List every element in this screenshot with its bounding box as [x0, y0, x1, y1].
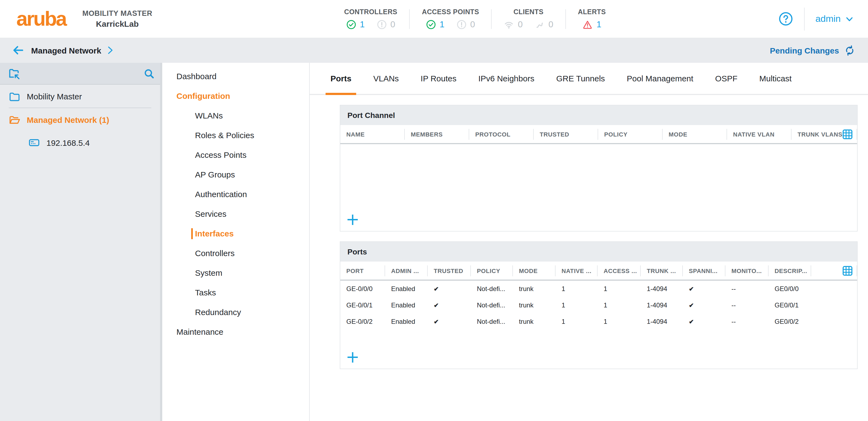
column-header[interactable]: MODE [513, 265, 556, 276]
nav-item-ap-groups[interactable]: AP Groups [162, 165, 309, 185]
cell-description: GE0/0/2 [769, 318, 811, 325]
nav-item-maintenance[interactable]: Maintenance [162, 322, 309, 342]
username: admin [815, 13, 841, 24]
tab-multicast[interactable]: Multicast [748, 63, 802, 94]
user-menu[interactable]: admin [815, 13, 854, 24]
product-name: MOBILITY MASTER [83, 9, 152, 18]
cell-spanning-check: ✔ [683, 318, 725, 325]
table-settings-icon[interactable] [842, 265, 853, 276]
column-header[interactable]: NATIVE ... [556, 265, 598, 276]
column-header[interactable]: ACCESS ... [598, 265, 641, 276]
column-header[interactable]: NAME [340, 129, 405, 139]
nav-item-controllers[interactable]: Controllers [162, 244, 309, 263]
cell-policy: Not-defi... [471, 301, 513, 309]
column-header[interactable]: TRUSTED [534, 129, 598, 139]
tab-gre-tunnels[interactable]: GRE Tunnels [545, 63, 616, 94]
table-row[interactable]: GE-0/0/2 Enabled ✔ Not-defi... trunk 1 1… [340, 314, 857, 330]
column-header[interactable]: ADMIN ... [385, 265, 428, 276]
wireless-clients[interactable]: 0 [504, 20, 523, 30]
tab-content: Port Channel NAME MEMBERS PROTOCOL TRUST… [310, 95, 868, 369]
tree-item-controller[interactable]: 192.168.5.4 [0, 131, 162, 154]
tab-pool-management[interactable]: Pool Management [616, 63, 704, 94]
cell-access-vlan: 1 [598, 318, 641, 325]
cell-access-vlan: 1 [598, 301, 641, 309]
nav-item-services[interactable]: Services [162, 204, 309, 224]
folder-icon [9, 91, 20, 101]
column-header[interactable]: TRUNK ... [641, 265, 683, 276]
cell-trunk-vlans: 1-4094 [641, 318, 683, 325]
aps-down-count: 0 [470, 20, 475, 30]
tab-ipv6-neighbors[interactable]: IPv6 Neighbors [467, 63, 545, 94]
back-arrow-icon[interactable] [12, 45, 24, 56]
column-header[interactable]: SPANNI... [683, 265, 725, 276]
aps-down[interactable]: 0 [456, 20, 475, 30]
column-header[interactable]: POLICY [471, 265, 513, 276]
cell-spanning-check: ✔ [683, 285, 725, 292]
port-channel-body: + [340, 144, 857, 231]
column-header[interactable]: POLICY [598, 129, 662, 139]
nav-item-system[interactable]: System [162, 263, 309, 283]
column-header[interactable]: DESCRIP... [769, 265, 811, 276]
cell-trusted-check: ✔ [428, 318, 471, 325]
alerts-count: 1 [596, 20, 601, 30]
help-icon[interactable] [778, 11, 793, 26]
tree-item-label: Mobility Master [27, 92, 82, 101]
chevron-right-icon [106, 45, 115, 55]
nav-item-redundancy[interactable]: Redundancy [162, 302, 309, 322]
nav-item-interfaces[interactable]: Interfaces [162, 224, 309, 244]
controllers-up[interactable]: 1 [346, 20, 365, 30]
add-port-button[interactable]: + [346, 350, 360, 364]
nav-item-tasks[interactable]: Tasks [162, 283, 309, 302]
breadcrumb[interactable]: Managed Network [31, 45, 101, 55]
column-header[interactable]: MONITO... [725, 265, 769, 276]
table-row[interactable]: GE-0/0/0 Enabled ✔ Not-defi... trunk 1 1… [340, 281, 857, 297]
tab-ports[interactable]: Ports [319, 63, 363, 94]
wired-clients[interactable]: 0 [535, 20, 553, 30]
column-header[interactable]: NATIVE VLAN [727, 129, 792, 139]
cell-description: GE0/0/0 [769, 285, 811, 293]
tree-item-managed-network[interactable]: Managed Network (1) [0, 108, 162, 131]
column-header[interactable]: TRUSTED [428, 265, 471, 276]
tree-item-label: Managed Network (1) [27, 115, 109, 124]
column-header[interactable]: PORT [340, 265, 385, 276]
check-circle-icon [346, 20, 356, 30]
nav-item-authentication[interactable]: Authentication [162, 185, 309, 204]
ports-title: Ports [340, 242, 857, 262]
nav-item-configuration[interactable]: Configuration [162, 86, 309, 106]
alerts-label: ALERTS [578, 8, 606, 16]
table-settings-icon[interactable] [842, 129, 853, 139]
collapse-tree-icon[interactable] [8, 67, 21, 80]
nav-item-roles-policies[interactable]: Roles & Policies [162, 126, 309, 145]
pending-changes-button[interactable]: Pending Changes [770, 45, 855, 56]
nav-item-wlans[interactable]: WLANs [162, 106, 309, 126]
cell-trusted-check: ✔ [428, 285, 471, 292]
controllers-stat[interactable]: CONTROLLERS 1 0 [332, 8, 409, 30]
tab-ip-routes[interactable]: IP Routes [410, 63, 467, 94]
column-header[interactable]: PROTOCOL [469, 129, 534, 139]
cell-native-vlan: 1 [556, 318, 598, 325]
table-row[interactable]: GE-0/0/1 Enabled ✔ Not-defi... trunk 1 1… [340, 297, 857, 314]
tab-vlans[interactable]: VLANs [363, 63, 410, 94]
add-port-channel-button[interactable]: + [346, 213, 360, 227]
aps-up[interactable]: 1 [426, 20, 445, 30]
controllers-down[interactable]: 0 [377, 20, 395, 30]
pending-changes-label: Pending Changes [770, 45, 839, 55]
cell-policy: Not-defi... [471, 318, 513, 325]
access-points-stat[interactable]: ACCESS POINTS 1 0 [410, 8, 491, 30]
tab-ospf[interactable]: OSPF [704, 63, 748, 94]
alerts-stat[interactable]: ALERTS 1 [566, 8, 618, 30]
app: aruba MOBILITY MASTER KarrickLab CONTROL… [0, 0, 868, 421]
nav-item-dashboard[interactable]: Dashboard [162, 67, 309, 86]
tree-item-mobility-master[interactable]: Mobility Master [0, 85, 162, 107]
search-icon[interactable] [144, 68, 155, 79]
clients-stat[interactable]: CLIENTS 0 0 [492, 8, 565, 30]
sidebar-scrollbar[interactable] [160, 63, 162, 421]
column-header[interactable]: MEMBERS [405, 129, 469, 139]
cell-mode: trunk [513, 301, 556, 309]
aps-up-count: 1 [440, 20, 445, 30]
chevron-down-icon [845, 14, 854, 23]
alerts-count-item[interactable]: 1 [582, 20, 601, 30]
port-channel-panel: Port Channel NAME MEMBERS PROTOCOL TRUST… [340, 105, 858, 231]
column-header[interactable]: MODE [662, 129, 727, 139]
nav-item-access-points[interactable]: Access Points [162, 145, 309, 165]
